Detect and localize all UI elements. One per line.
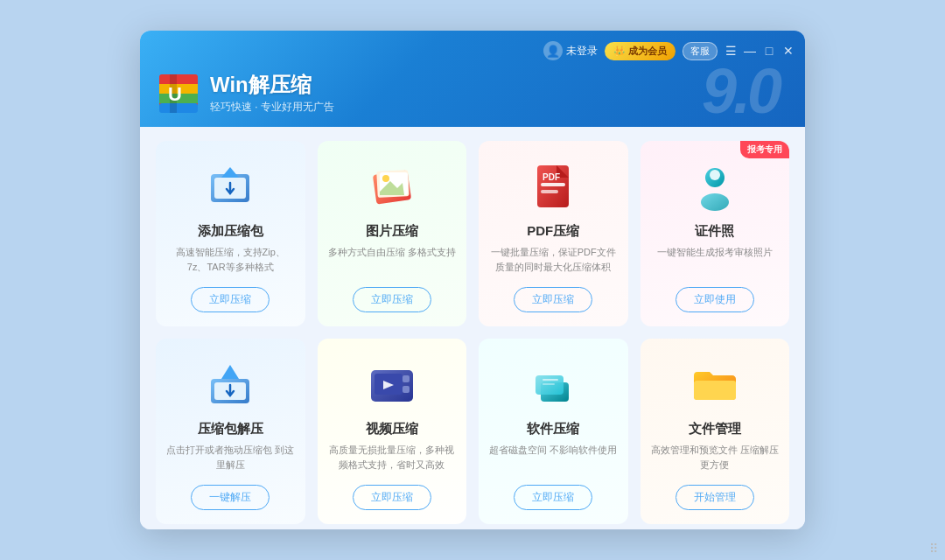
card-idphoto[interactable]: 报考专用 证件照 一键智能生成 — [640, 141, 790, 326]
idphoto-badge: 报考专用 — [740, 141, 789, 158]
svg-text:U: U — [168, 83, 182, 105]
idphoto-button[interactable]: 立即使用 — [676, 287, 754, 312]
feature-grid: 添加压缩包 高速智能压缩，支持Zip、7z、TAR等多种格式 立即压缩 — [156, 141, 789, 524]
version-display: 9.0 — [702, 60, 779, 122]
user-avatar: 👤 — [543, 41, 563, 60]
idphoto-title: 证件照 — [695, 223, 734, 240]
svg-point-22 — [710, 170, 720, 180]
close-button[interactable]: ✕ — [782, 45, 794, 57]
idphoto-icon — [687, 158, 743, 214]
svg-rect-35 — [542, 379, 558, 381]
folder-icon — [687, 356, 743, 412]
pdf-title: PDF压缩 — [527, 223, 579, 240]
login-text: 未登录 — [566, 44, 598, 59]
app-logo: U — [158, 73, 200, 115]
video-title: 视频压缩 — [366, 421, 418, 438]
card-image[interactable]: 图片压缩 多种方式自由压缩 多格式支持 立即压缩 — [318, 141, 467, 326]
svg-marker-26 — [221, 365, 239, 379]
card-video[interactable]: 视频压缩 高质量无损批量压缩，多种视频格式支持，省时又高效 立即压缩 — [318, 339, 467, 524]
image-desc: 多种方式自由压缩 多格式支持 — [328, 245, 456, 276]
pdf-button[interactable]: 立即压缩 — [514, 287, 592, 312]
decompress-desc: 点击打开或者拖动压缩包 到这里解压 — [166, 443, 295, 474]
app-title: Win解压缩 — [210, 73, 334, 98]
card-software[interactable]: 软件压缩 超省磁盘空间 不影响软件使用 立即压缩 — [479, 339, 628, 524]
svg-rect-31 — [402, 386, 410, 393]
svg-point-14 — [382, 175, 389, 182]
crown-icon: 👑 — [613, 46, 626, 57]
titlebar: U Win解压缩 轻巧快速 · 专业好用无广告 9.0 👤 未登录 👑 成为会员… — [140, 31, 805, 127]
video-desc: 高质量无损批量压缩，多种视频格式支持，省时又高效 — [328, 443, 457, 474]
video-button[interactable]: 立即压缩 — [353, 485, 431, 510]
decompress-button[interactable]: 一键解压 — [191, 485, 270, 510]
svg-text:PDF: PDF — [542, 172, 560, 182]
vip-button[interactable]: 👑 成为会员 — [605, 42, 676, 60]
svg-rect-36 — [542, 383, 555, 385]
card-compress[interactable]: 添加压缩包 高速智能压缩，支持Zip、7z、TAR等多种格式 立即压缩 — [156, 141, 305, 326]
pdf-desc: 一键批量压缩，保证PDF文件质量的同时最大化压缩体积 — [489, 245, 618, 276]
svg-rect-30 — [402, 375, 410, 382]
image-title: 图片压缩 — [366, 223, 418, 240]
software-desc: 超省磁盘空间 不影响软件使用 — [489, 443, 617, 474]
idphoto-desc: 一键智能生成报考审核照片 — [657, 245, 773, 276]
svg-marker-9 — [221, 167, 239, 178]
decompress-icon — [202, 356, 258, 412]
compress-button[interactable]: 立即压缩 — [191, 287, 270, 312]
software-button[interactable]: 立即压缩 — [514, 485, 592, 510]
guest-label: 客服 — [690, 46, 710, 56]
card-decompress[interactable]: 压缩包解压 点击打开或者拖动压缩包 到这里解压 一键解压 — [156, 339, 305, 524]
software-title: 软件压缩 — [527, 421, 579, 438]
svg-rect-19 — [541, 190, 558, 193]
vip-label: 成为会员 — [628, 45, 667, 58]
svg-point-23 — [701, 193, 729, 211]
menu-button[interactable]: ☰ — [724, 45, 737, 57]
software-icon — [525, 356, 581, 412]
pdf-icon: PDF — [525, 158, 581, 214]
video-icon — [364, 356, 420, 412]
compress-title: 添加压缩包 — [198, 223, 263, 240]
compress-desc: 高速智能压缩，支持Zip、7z、TAR等多种格式 — [166, 245, 295, 276]
titlebar-controls: 👤 未登录 👑 成为会员 客服 ☰ — □ ✕ — [543, 41, 794, 60]
main-window: U Win解压缩 轻巧快速 · 专业好用无广告 9.0 👤 未登录 👑 成为会员… — [140, 31, 805, 529]
app-info: U Win解压缩 轻巧快速 · 专业好用无广告 — [158, 73, 334, 115]
card-pdf[interactable]: PDF PDF压缩 一键批量压缩，保证PDF文件质量的同时最大化压缩体积 立即压… — [479, 141, 628, 326]
folder-button[interactable]: 开始管理 — [676, 485, 754, 510]
app-title-block: Win解压缩 轻巧快速 · 专业好用无广告 — [210, 73, 334, 115]
image-icon — [364, 158, 420, 214]
maximize-button[interactable]: □ — [763, 45, 775, 57]
svg-rect-37 — [694, 381, 736, 400]
folder-desc: 高效管理和预览文件 压缩解压更方便 — [651, 443, 780, 474]
svg-rect-18 — [541, 183, 565, 186]
user-badge: 👤 未登录 — [543, 41, 598, 60]
folder-title: 文件管理 — [689, 421, 741, 438]
compress-icon — [202, 158, 258, 214]
app-subtitle: 轻巧快速 · 专业好用无广告 — [210, 100, 334, 115]
main-content: 添加压缩包 高速智能压缩，支持Zip、7z、TAR等多种格式 立即压缩 — [140, 127, 805, 529]
minimize-button[interactable]: — — [744, 45, 756, 57]
guest-button[interactable]: 客服 — [682, 42, 718, 60]
card-folder[interactable]: 文件管理 高效管理和预览文件 压缩解压更方便 开始管理 — [640, 339, 790, 524]
decompress-title: 压缩包解压 — [198, 421, 263, 438]
image-button[interactable]: 立即压缩 — [353, 287, 431, 312]
